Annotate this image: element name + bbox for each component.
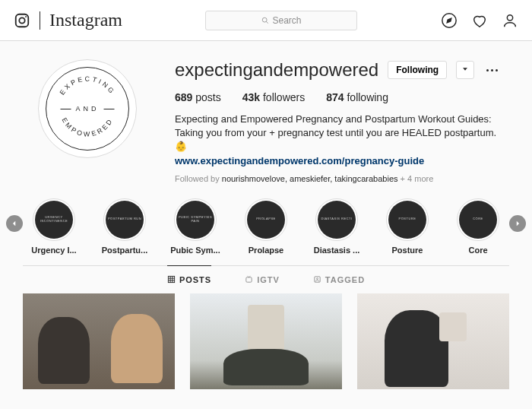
search-icon bbox=[261, 17, 269, 24]
grid-icon bbox=[167, 275, 176, 284]
igtv-icon bbox=[245, 275, 253, 284]
svg-point-3 bbox=[263, 17, 268, 22]
logo-group[interactable]: Instagram bbox=[14, 10, 122, 30]
tab-posts[interactable]: POSTS bbox=[167, 265, 211, 293]
avatar[interactable]: EXPECTING EMPOWERED AND bbox=[38, 59, 137, 158]
instagram-glyph-icon bbox=[14, 12, 30, 29]
highlight-label: Postpartu... bbox=[102, 246, 148, 255]
more-options-button[interactable] bbox=[483, 69, 501, 71]
followed-by-line: Followed by nourishmovelove, ameskiefer,… bbox=[175, 174, 509, 183]
activity-heart-icon[interactable] bbox=[471, 12, 488, 29]
highlight-label: Posture bbox=[392, 246, 423, 255]
tab-tagged[interactable]: TAGGED bbox=[313, 265, 365, 293]
profile-bio: Expecting and Empowered Pregnancy and Po… bbox=[175, 113, 509, 168]
highlights-prev-button[interactable] bbox=[6, 215, 23, 232]
highlight-item[interactable]: Postpartum RunPostpartu... bbox=[97, 198, 153, 255]
profile-info: expectingandempowered Following 689 post… bbox=[175, 59, 509, 183]
highlight-label: Prolapse bbox=[249, 246, 283, 255]
search-wrap: Search bbox=[122, 11, 441, 30]
tab-igtv[interactable]: IGTV bbox=[245, 265, 280, 293]
highlight-item[interactable]: ProlapseProlapse bbox=[238, 198, 294, 255]
bio-text: Expecting and Empowered Pregnancy and Po… bbox=[175, 113, 496, 152]
top-nav: Instagram Search bbox=[0, 0, 532, 41]
followers-stat[interactable]: 43k followers bbox=[242, 91, 306, 103]
svg-rect-13 bbox=[168, 277, 174, 283]
svg-line-4 bbox=[267, 21, 269, 24]
svg-point-20 bbox=[316, 278, 318, 280]
highlights-next-button[interactable] bbox=[509, 215, 526, 232]
profile-tabs: POSTS IGTV TAGGED bbox=[23, 265, 509, 293]
search-input[interactable]: Search bbox=[205, 11, 357, 30]
search-placeholder: Search bbox=[272, 15, 301, 26]
suggested-dropdown-button[interactable] bbox=[456, 61, 474, 79]
highlights-row: Urgency IncontinenceUrgency I... Postpar… bbox=[26, 198, 506, 255]
chevron-down-icon bbox=[461, 65, 469, 73]
svg-point-2 bbox=[25, 16, 27, 17]
svg-marker-11 bbox=[13, 220, 15, 226]
svg-marker-12 bbox=[517, 220, 519, 226]
svg-text:EMPOWERED: EMPOWERED bbox=[60, 116, 114, 138]
svg-marker-6 bbox=[447, 18, 451, 23]
bio-link[interactable]: www.expectingandempowered.com/pregnancy-… bbox=[175, 155, 424, 166]
highlight-label: Core bbox=[468, 246, 487, 255]
instagram-wordmark: Instagram bbox=[49, 10, 122, 30]
avatar-center-word: AND bbox=[75, 105, 99, 113]
explore-icon[interactable] bbox=[441, 12, 458, 29]
svg-point-7 bbox=[507, 14, 512, 20]
highlight-item[interactable]: CoreCore bbox=[450, 198, 506, 255]
nav-icons bbox=[441, 12, 518, 29]
following-stat[interactable]: 874 following bbox=[326, 91, 388, 103]
svg-rect-0 bbox=[16, 14, 29, 27]
tagged-icon bbox=[313, 275, 321, 284]
highlight-item[interactable]: Diastasis RectiDiastasis ... bbox=[309, 198, 365, 255]
profile-username: expectingandempowered bbox=[175, 59, 378, 81]
posts-stat[interactable]: 689 posts bbox=[175, 91, 221, 103]
post-thumbnail[interactable] bbox=[23, 293, 175, 389]
following-button[interactable]: Following bbox=[388, 61, 447, 79]
profile-header: EXPECTING EMPOWERED AND expectingandempo… bbox=[0, 41, 532, 191]
chevron-left-icon bbox=[11, 220, 18, 227]
highlights-tray: Urgency IncontinenceUrgency I... Postpar… bbox=[0, 191, 532, 265]
svg-rect-18 bbox=[246, 277, 252, 282]
svg-text:EXPECTING: EXPECTING bbox=[58, 75, 116, 97]
chevron-right-icon bbox=[514, 220, 521, 227]
followed-by-names[interactable]: nourishmovelove, ameskiefer, takingcarab… bbox=[222, 174, 398, 183]
highlight-item[interactable]: Pubic Symphysis PainPubic Sym... bbox=[167, 198, 223, 255]
svg-marker-10 bbox=[463, 68, 467, 70]
post-thumbnail[interactable] bbox=[357, 293, 509, 389]
highlight-label: Pubic Sym... bbox=[170, 246, 220, 255]
highlight-item[interactable]: Urgency IncontinenceUrgency I... bbox=[26, 198, 82, 255]
highlight-label: Diastasis ... bbox=[314, 246, 360, 255]
avatar-column: EXPECTING EMPOWERED AND bbox=[23, 59, 152, 183]
posts-grid bbox=[0, 293, 532, 389]
highlight-item[interactable]: PosturePosture bbox=[379, 198, 435, 255]
post-thumbnail[interactable] bbox=[190, 293, 342, 389]
svg-point-1 bbox=[19, 17, 24, 23]
profile-icon[interactable] bbox=[502, 12, 518, 29]
highlight-label: Urgency I... bbox=[31, 246, 76, 255]
logo-divider bbox=[40, 11, 40, 30]
